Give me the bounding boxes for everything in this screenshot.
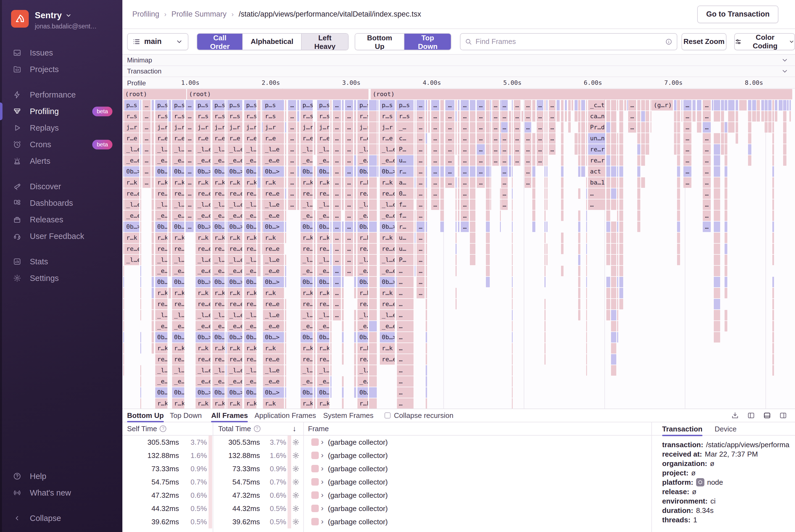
flame-cell[interactable]	[586, 365, 587, 376]
flame-cell[interactable]	[783, 144, 787, 155]
panel-tab-transaction[interactable]: Transaction	[662, 422, 702, 436]
flame-cell[interactable]	[578, 122, 580, 133]
flame-frame[interactable]: j…r	[227, 122, 242, 133]
flame-cell[interactable]	[568, 122, 571, 133]
flame-frame[interactable]: 0b…>	[155, 166, 167, 177]
flame-frame[interactable]: …	[501, 144, 508, 155]
flame-frame[interactable]: _e…e	[227, 376, 242, 387]
flame-cell[interactable]	[354, 266, 356, 276]
flame-cell[interactable]	[545, 100, 546, 111]
flame-frame[interactable]: …	[477, 122, 485, 133]
flame-frame[interactable]: _l…e	[212, 255, 225, 265]
flame-cell[interactable]	[458, 166, 459, 177]
flame-cell[interactable]	[342, 288, 344, 298]
flame-cell[interactable]	[169, 177, 171, 188]
flame-cell[interactable]	[226, 200, 227, 210]
flame-frame[interactable]: ba…1	[588, 177, 605, 188]
flame-frame[interactable]: …	[431, 133, 439, 144]
flame-cell[interactable]	[285, 232, 286, 243]
flame-cell[interactable]	[226, 222, 227, 232]
flame-cell[interactable]	[532, 177, 535, 188]
flame-frame[interactable]: …	[461, 188, 469, 199]
flame-cell[interactable]	[509, 122, 511, 133]
flame-cell[interactable]	[736, 100, 738, 111]
flame-frame[interactable]: re…e	[155, 299, 167, 309]
flame-frame[interactable]: r…e	[317, 133, 329, 144]
flame-frame[interactable]: _l…e	[195, 200, 210, 210]
flame-frame[interactable]: _l…e	[227, 255, 242, 265]
flame-cell[interactable]	[455, 122, 457, 133]
flame-frame[interactable]: _l…e	[212, 310, 225, 320]
flame-cell[interactable]	[512, 299, 513, 309]
flame-cell[interactable]	[455, 288, 457, 298]
flame-cell[interactable]	[226, 133, 227, 144]
flame-cell[interactable]	[545, 255, 546, 265]
flame-frame[interactable]: …	[683, 122, 692, 133]
flame-cell[interactable]	[509, 155, 511, 166]
flame-cell[interactable]	[712, 100, 713, 111]
flame-cell[interactable]	[140, 332, 141, 343]
flame-frame[interactable]: …	[477, 155, 485, 166]
flame-cell[interactable]	[297, 200, 299, 210]
flame-cell[interactable]	[714, 210, 720, 221]
flame-cell[interactable]	[123, 321, 124, 331]
flame-cell[interactable]	[486, 266, 490, 276]
flame-cell[interactable]	[606, 210, 610, 221]
flame-cell[interactable]	[606, 299, 610, 309]
flame-cell[interactable]	[724, 288, 727, 298]
flame-frame[interactable]: …	[186, 200, 194, 210]
flame-cell[interactable]	[677, 133, 680, 144]
flame-frame[interactable]: …	[143, 144, 151, 155]
flame-frame[interactable]: …	[333, 244, 341, 254]
flame-cell[interactable]	[140, 277, 141, 287]
flame-cell[interactable]	[532, 111, 535, 121]
flame-frame[interactable]: r…k	[155, 288, 167, 298]
flame-frame[interactable]: _l…e	[124, 200, 139, 210]
flame-cell[interactable]	[285, 122, 286, 133]
flame-frame[interactable]: r…k	[244, 288, 256, 298]
flame-cell[interactable]	[619, 188, 623, 199]
flame-cell[interactable]	[693, 111, 696, 121]
flame-cell[interactable]	[428, 111, 430, 121]
flame-cell[interactable]	[490, 133, 491, 144]
flame-cell[interactable]	[677, 188, 680, 199]
flame-frame[interactable]: …	[345, 166, 353, 177]
flame-cell[interactable]	[285, 166, 286, 177]
flame-cell[interactable]	[226, 255, 227, 265]
flame-cell[interactable]	[169, 244, 171, 254]
flame-frame[interactable]: …	[514, 111, 520, 121]
flame-cell[interactable]	[152, 277, 154, 287]
flame-cell[interactable]	[342, 232, 344, 243]
flame-cell[interactable]	[426, 398, 427, 408]
flame-frame[interactable]: p…s	[227, 100, 242, 111]
flame-cell[interactable]	[581, 144, 585, 155]
flame-frame[interactable]: p…s	[263, 100, 284, 111]
flame-frame[interactable]: …	[345, 177, 353, 188]
flame-cell[interactable]	[783, 111, 787, 121]
flame-cell[interactable]	[330, 266, 332, 276]
flame-cell[interactable]	[369, 266, 377, 276]
flame-cell[interactable]	[586, 210, 587, 221]
flame-frame[interactable]: …	[417, 133, 424, 144]
flame-cell[interactable]	[545, 166, 546, 177]
flame-frame[interactable]: r…k	[195, 288, 210, 298]
flame-cell[interactable]	[330, 100, 332, 111]
flame-frame[interactable]: …	[537, 111, 543, 121]
flame-frame[interactable]: _l…e	[244, 255, 256, 265]
flame-cell[interactable]	[619, 266, 623, 276]
flame-frame[interactable]: …	[417, 266, 424, 276]
flame-frame[interactable]: _l…e	[124, 255, 139, 265]
flame-cell[interactable]	[546, 133, 548, 144]
flame-cell[interactable]	[455, 299, 457, 309]
flame-cell[interactable]	[226, 288, 227, 298]
flame-cell[interactable]	[285, 365, 286, 376]
flame-frame[interactable]: …	[333, 232, 341, 243]
flame-cell[interactable]	[297, 166, 299, 177]
flame-frame[interactable]: _e…e	[357, 210, 368, 221]
flame-frame[interactable]: _l…e	[244, 200, 256, 210]
flame-cell[interactable]	[169, 266, 171, 276]
flame-cell[interactable]	[611, 100, 616, 111]
flame-cell[interactable]	[772, 365, 774, 376]
flame-cell[interactable]	[330, 332, 332, 343]
flame-cell[interactable]	[226, 354, 227, 365]
